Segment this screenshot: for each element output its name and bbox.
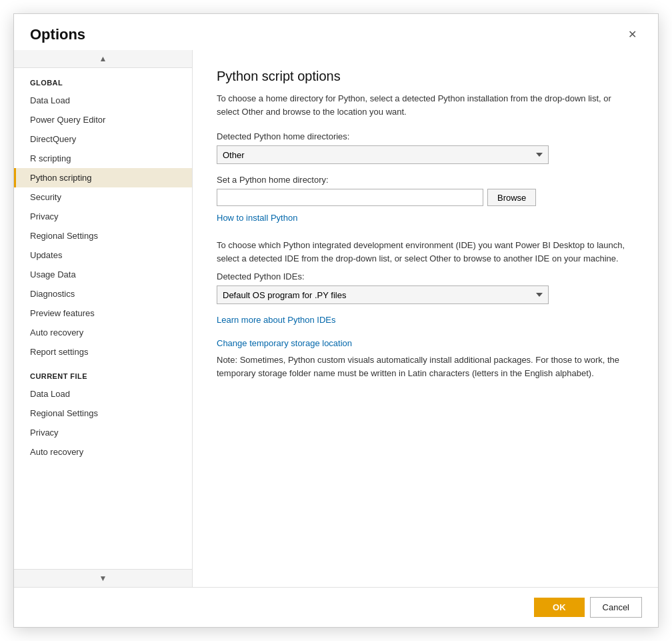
cancel-button[interactable]: Cancel: [590, 597, 642, 618]
how-to-install-link[interactable]: How to install Python: [217, 213, 297, 223]
sidebar-item-regional-settings[interactable]: Regional Settings: [14, 226, 192, 245]
storage-note: Note: Sometimes, Python custom visuals a…: [217, 354, 634, 380]
sidebar-item-updates[interactable]: Updates: [14, 245, 192, 265]
browse-button[interactable]: Browse: [487, 189, 536, 206]
set-home-input-row: Browse: [217, 189, 634, 206]
global-section-label: GLOBAL: [14, 68, 192, 91]
global-items-list: Data LoadPower Query EditorDirectQueryR …: [14, 91, 192, 362]
detected-ide-dropdown[interactable]: Default OS program for .PY files: [217, 285, 549, 304]
scroll-down-button[interactable]: ▼: [94, 572, 113, 584]
sidebar-item-privacy[interactable]: Privacy: [14, 207, 192, 226]
sidebar-item-auto-recovery[interactable]: Auto recovery: [14, 323, 192, 342]
options-dialog: Options ✕ ▲ GLOBAL Data LoadPower Query …: [13, 13, 659, 628]
sidebar-item-r-scripting[interactable]: R scripting: [14, 149, 192, 168]
sidebar-item-diagnostics[interactable]: Diagnostics: [14, 284, 192, 303]
content-description: To choose a home directory for Python, s…: [217, 92, 634, 118]
sidebar-item-python-scripting[interactable]: Python scripting: [14, 168, 192, 187]
detected-ide-dropdown-row: Default OS program for .PY files: [217, 285, 634, 304]
dialog-header: Options ✕: [14, 14, 658, 50]
scroll-up-button[interactable]: ▲: [94, 53, 113, 65]
ide-description: To choose which Python integrated develo…: [217, 239, 634, 265]
main-content: Python script options To choose a home d…: [193, 50, 658, 587]
set-home-label: Set a Python home directory:: [217, 175, 634, 185]
dialog-footer: OK Cancel: [14, 587, 658, 627]
sidebar-item-report-settings[interactable]: Report settings: [14, 342, 192, 362]
detected-home-label: Detected Python home directories:: [217, 131, 634, 141]
set-home-input[interactable]: [217, 189, 483, 206]
sidebar-scroll-area: GLOBAL Data LoadPower Query EditorDirect…: [14, 68, 192, 569]
current-file-section-label: CURRENT FILE: [14, 362, 192, 384]
dialog-title: Options: [30, 26, 85, 43]
change-storage-link[interactable]: Change temporary storage location: [217, 338, 352, 348]
detected-ide-label: Detected Python IDEs:: [217, 271, 634, 281]
sidebar-item-power-query-editor[interactable]: Power Query Editor: [14, 110, 192, 129]
learn-more-link[interactable]: Learn more about Python IDEs: [217, 315, 336, 325]
dialog-body: ▲ GLOBAL Data LoadPower Query EditorDire…: [14, 50, 658, 587]
current-file-items-list: Data LoadRegional SettingsPrivacyAuto re…: [14, 384, 192, 462]
sidebar-scroll-up[interactable]: ▲: [14, 50, 192, 68]
sidebar-current-item-data-load[interactable]: Data Load: [14, 384, 192, 404]
sidebar-item-data-load[interactable]: Data Load: [14, 91, 192, 110]
detected-home-dropdown-row: Other: [217, 145, 634, 164]
ok-button[interactable]: OK: [534, 598, 585, 617]
sidebar-item-directquery[interactable]: DirectQuery: [14, 129, 192, 149]
sidebar-current-item-regional-settings[interactable]: Regional Settings: [14, 404, 192, 423]
sidebar-item-usage-data[interactable]: Usage Data: [14, 265, 192, 284]
close-button[interactable]: ✕: [623, 27, 642, 43]
detected-home-dropdown[interactable]: Other: [217, 145, 549, 164]
sidebar-scroll-down[interactable]: ▼: [14, 569, 192, 587]
sidebar-item-preview-features[interactable]: Preview features: [14, 303, 192, 323]
sidebar: ▲ GLOBAL Data LoadPower Query EditorDire…: [14, 50, 193, 587]
sidebar-item-security[interactable]: Security: [14, 187, 192, 207]
sidebar-current-item-auto-recovery[interactable]: Auto recovery: [14, 442, 192, 462]
content-title: Python script options: [217, 69, 634, 84]
sidebar-current-item-privacy[interactable]: Privacy: [14, 423, 192, 442]
